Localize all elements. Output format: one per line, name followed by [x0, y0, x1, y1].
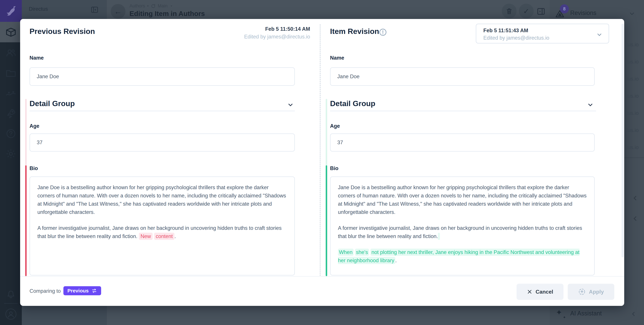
bio-diff-bar-current — [326, 165, 327, 276]
toggle-sidebar-icon[interactable] — [537, 7, 546, 16]
info-icon[interactable] — [379, 28, 387, 36]
revision-row-fragment[interactable]: tus.io — [626, 59, 639, 65]
bio-textarea-current: Jane Doe is a bestselling author known f… — [330, 176, 595, 275]
modal-scrollbar[interactable] — [622, 24, 624, 257]
compare-target-label: Previous — [68, 288, 89, 294]
previous-revision-title: Previous Revision — [30, 27, 95, 36]
bio-diff-bar-previous — [25, 165, 27, 276]
swap-icon — [92, 288, 97, 294]
age-label: Age — [30, 123, 40, 129]
bio-diff-add: she's — [355, 249, 369, 256]
close-icon — [527, 289, 532, 294]
bio-label: Bio — [330, 165, 338, 171]
detail-group-heading: Detail Group — [330, 99, 375, 108]
name-input-current: Jane Doe — [330, 67, 595, 86]
previous-revision-meta: Feb 5 11:50:14 AM Edited by james@direct… — [244, 26, 310, 40]
bio-label: Bio — [30, 165, 38, 171]
revision-row-fragment[interactable]: tus.io — [626, 42, 639, 48]
back-button[interactable]: ← — [111, 4, 126, 19]
selected-revision-timestamp: Feb 5 11:51:43 AM — [483, 28, 528, 34]
bio-diff-add — [438, 233, 440, 240]
revision-row-fragment[interactable]: tus.io — [626, 76, 639, 82]
chevron-left-icon[interactable] — [632, 215, 639, 222]
chevron-down-icon — [170, 4, 173, 8]
bio-diff-del: content — [154, 233, 174, 240]
module-help-icon[interactable] — [6, 128, 16, 139]
directus-logo[interactable] — [0, 0, 22, 22]
breadcrumb[interactable]: Authors • Main — [130, 3, 173, 9]
revision-row-fragment[interactable]: tus.io — [626, 93, 639, 99]
bio-text: A former investigative journalist, Jane … — [338, 225, 582, 239]
module-insights-icon[interactable] — [6, 88, 16, 99]
app-screen: Directus ← Authors • Main Editing Item i… — [0, 0, 644, 325]
age-input-current: 37 — [330, 133, 595, 152]
bio-diff-add: When — [338, 249, 354, 256]
bio-textarea-previous: Jane Doe is a bestselling author known f… — [30, 176, 295, 275]
ai-sparkle-icon: ✦ — [556, 308, 562, 317]
revisions-drawer-title[interactable]: Revisions — [570, 10, 596, 17]
collapse-sidebar-icon[interactable] — [90, 6, 98, 14]
comparing-to-label: Comparing to — [30, 288, 61, 294]
bio-text: Jane Doe is a bestselling author known f… — [338, 184, 587, 215]
chevron-down-icon[interactable] — [587, 102, 594, 108]
module-users-icon[interactable] — [6, 48, 16, 58]
cancel-button[interactable]: Cancel — [516, 284, 564, 300]
group-divider — [30, 111, 295, 111]
module-settings-icon[interactable] — [6, 148, 16, 159]
chevron-down-icon — [596, 32, 602, 38]
check-icon: ✓ — [523, 7, 530, 16]
module-content-icon[interactable] — [6, 27, 16, 38]
apply-button[interactable]: Apply — [568, 284, 614, 300]
version-icon — [151, 4, 156, 9]
breadcrumb-version[interactable]: Main — [158, 3, 168, 9]
module-marketplace-icon[interactable] — [6, 108, 16, 119]
footer-divider — [20, 276, 624, 277]
selected-revision-editor: Edited by james@directus.io — [483, 35, 549, 41]
chevron-left-icon[interactable] — [630, 310, 637, 317]
bio-text: . — [174, 233, 176, 239]
cancel-label: Cancel — [536, 289, 553, 295]
chevron-down-icon[interactable] — [287, 102, 294, 108]
bio-text — [354, 249, 355, 255]
module-files-icon[interactable] — [6, 68, 16, 79]
delete-button[interactable] — [502, 4, 516, 19]
compare-target-button[interactable]: Previous — [64, 286, 101, 295]
bio-diff-del: New — [139, 233, 152, 240]
detail-group-heading: Detail Group — [30, 99, 75, 108]
user-avatar[interactable] — [5, 308, 16, 320]
age-input-previous: 37 — [30, 133, 295, 152]
chevron-left-icon[interactable] — [632, 194, 639, 202]
bio-text: Jane Doe is a bestselling author known f… — [38, 184, 286, 215]
breadcrumb-collection[interactable]: Authors — [130, 3, 145, 9]
bio-text — [152, 233, 154, 239]
previous-revision-editor: Edited by james@directus.io — [244, 34, 310, 40]
bio-text — [369, 249, 370, 255]
revision-selector-dropdown[interactable]: Feb 5 11:51:43 AM Edited by james@direct… — [476, 24, 609, 44]
apply-upload-icon — [578, 288, 586, 295]
back-arrow-icon: ← — [114, 7, 122, 16]
revision-row-fragment[interactable]: tus.io — [626, 110, 639, 116]
page-title: Editing Item in Authors — [130, 10, 205, 18]
name-input-previous: Jane Doe — [30, 67, 295, 86]
revisions-count-badge: 8 — [560, 4, 569, 14]
revision-row-fragment[interactable]: tus.io — [626, 144, 639, 150]
item-revision-title: Item Revision — [330, 27, 379, 36]
bio-diff-add: not plotting her next thriller, Jane enj… — [338, 249, 580, 264]
trash-icon — [505, 7, 513, 15]
ai-assistant-label[interactable]: AI Assistant — [570, 310, 602, 317]
age-label: Age — [330, 123, 340, 129]
name-label: Name — [30, 55, 44, 61]
save-button[interactable]: ✓ — [519, 4, 534, 19]
name-label: Name — [330, 55, 344, 61]
panel-divider — [320, 24, 320, 276]
project-name: Directus — [29, 6, 48, 12]
chevron-down-icon[interactable] — [628, 11, 635, 17]
group-divider — [330, 111, 596, 111]
apply-label: Apply — [589, 289, 604, 295]
revision-compare-modal: Previous Revision Feb 5 11:50:14 AM Edit… — [20, 19, 624, 306]
notifications-bell-icon[interactable] — [6, 289, 16, 299]
revision-row-fragment[interactable]: tus.io — [626, 127, 639, 133]
modulebar-divider — [4, 303, 18, 304]
breadcrumb-separator: • — [147, 3, 148, 9]
bio-text: . — [395, 257, 397, 263]
